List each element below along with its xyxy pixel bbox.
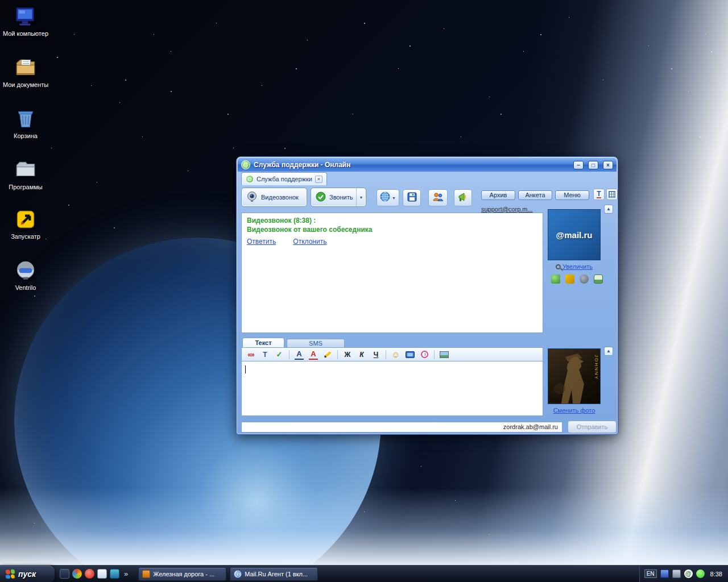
close-button[interactable]: × xyxy=(603,161,613,169)
translit-button[interactable]: Т xyxy=(593,189,605,200)
magnifier-icon xyxy=(556,264,561,269)
translit-icon: Т xyxy=(597,190,601,198)
translit-format-button[interactable]: Т xyxy=(260,350,270,360)
call-icon xyxy=(316,192,326,203)
contact-webcam-icon[interactable] xyxy=(580,275,589,284)
contact-status-action-icon[interactable] xyxy=(551,275,560,284)
wakeup-button[interactable] xyxy=(420,350,429,360)
contact-avatar-image[interactable]: @mail.ru xyxy=(548,209,601,260)
quote-button[interactable]: «» xyxy=(246,350,255,360)
ventrilo-icon xyxy=(14,259,38,282)
archive-button[interactable]: Архив xyxy=(481,190,515,200)
quicklaunch-browser-icon[interactable] xyxy=(72,569,82,579)
video-smiley-button[interactable] xyxy=(406,350,415,360)
call-button[interactable]: Звонить ▼ xyxy=(311,188,366,207)
my-avatar-image[interactable]: JOHNNY xyxy=(548,348,601,404)
save-history-button[interactable] xyxy=(403,189,421,206)
toolbar-separator xyxy=(386,350,386,359)
tab-text[interactable]: Текст xyxy=(242,338,284,347)
language-indicator[interactable]: EN xyxy=(644,569,657,578)
profile-button[interactable]: Анкета xyxy=(518,190,552,200)
contact-email-link[interactable]: support@corp.m... xyxy=(481,206,541,213)
contact-edit-icon[interactable] xyxy=(565,275,574,284)
emoticons-button[interactable]: ☺ xyxy=(391,350,400,360)
change-photo-link[interactable]: Сменить фото xyxy=(548,407,601,414)
underline-button[interactable]: Ч xyxy=(371,350,380,360)
call-dropdown-icon[interactable]: ▼ xyxy=(356,188,363,206)
contact-action-icons xyxy=(551,275,603,284)
desktop-icon-label: Запускатр xyxy=(1,233,50,240)
broadcast-button[interactable] xyxy=(454,189,472,206)
people-icon xyxy=(432,192,444,204)
programs-folder-icon xyxy=(14,158,38,182)
agent-task-icon: @ xyxy=(234,570,242,578)
my-documents-icon xyxy=(14,56,38,80)
avatar-caption: JOHNNY xyxy=(594,355,599,380)
font-color-button[interactable]: A xyxy=(309,350,318,360)
tab-sms[interactable]: SMS xyxy=(287,339,345,347)
enlarge-photo-link[interactable]: Увеличить xyxy=(548,263,601,270)
quicklaunch-document-icon[interactable] xyxy=(97,569,107,579)
desktop-icon-recycle-bin[interactable]: Корзина xyxy=(1,107,50,140)
collapse-panel-icon[interactable]: ▲ xyxy=(604,205,613,214)
contacts-button[interactable] xyxy=(428,189,448,206)
clock[interactable]: 8:38 xyxy=(708,571,722,577)
start-button[interactable]: пуск xyxy=(0,566,55,582)
font-button[interactable]: A xyxy=(295,350,304,360)
web-services-button[interactable]: ▼ xyxy=(377,189,399,206)
tray-display-icon[interactable] xyxy=(660,569,669,578)
minimize-button[interactable]: – xyxy=(573,161,584,169)
chat-history-area[interactable]: Видеозвонок (8:38) : Видеозвонок от ваше… xyxy=(241,213,543,333)
quick-launch: » xyxy=(55,569,135,579)
send-button[interactable]: Отправить xyxy=(568,421,617,433)
highlighter-button[interactable] xyxy=(323,350,332,360)
chat-message-line: Видеозвонок от вашего собеседника xyxy=(247,226,537,234)
toolbar-separator xyxy=(337,350,338,359)
task-mailru-agent[interactable]: @ Mail.Ru Агент (1 вкл... xyxy=(230,567,318,581)
desktop-icon-programs[interactable]: Программы xyxy=(1,158,50,191)
contact-card-icon[interactable] xyxy=(594,275,603,284)
tray-network-icon[interactable] xyxy=(672,569,681,578)
picture-icon xyxy=(440,351,449,358)
decline-link[interactable]: Отклонить xyxy=(293,238,326,246)
floppy-disk-icon xyxy=(407,192,417,204)
desktop-icon-my-documents[interactable]: Мои документы xyxy=(1,56,50,89)
menu-button[interactable]: Меню xyxy=(555,190,589,200)
tab-close-icon[interactable]: × xyxy=(315,176,322,183)
my-computer-icon xyxy=(14,5,38,28)
video-call-button[interactable]: Видеозвонок xyxy=(241,188,307,207)
answer-link[interactable]: Ответить xyxy=(247,238,276,246)
task-railroad[interactable]: Железная дорога - ... xyxy=(138,567,226,581)
bold-button[interactable]: Ж xyxy=(343,350,352,360)
globe-icon xyxy=(380,192,390,204)
desktop-icon-label: Мои документы xyxy=(1,81,50,89)
layout-grid-button[interactable] xyxy=(606,189,618,200)
tray-status-icon[interactable] xyxy=(696,569,705,578)
self-email-field[interactable]: zordrak.ab@mail.ru xyxy=(241,422,562,433)
recycle-bin-icon xyxy=(14,107,38,131)
quicklaunch-media-icon[interactable] xyxy=(85,569,94,579)
compose-tabs: Текст SMS xyxy=(242,338,345,347)
maximize-button[interactable]: □ xyxy=(588,161,598,169)
desktop-icon-label: Мой компьютер xyxy=(1,30,50,38)
quicklaunch-desktop-icon[interactable] xyxy=(110,569,119,579)
message-input-area[interactable] xyxy=(241,361,543,416)
text-cursor xyxy=(245,365,246,373)
window-title: Служба поддержки - Онлайн xyxy=(254,161,569,169)
tray-agent-icon[interactable]: @ xyxy=(684,569,693,578)
quicklaunch-keyboard-icon[interactable] xyxy=(60,569,69,579)
tab-support-chat[interactable]: @ Служба поддержки × xyxy=(241,172,327,185)
quicklaunch-more-icon[interactable]: » xyxy=(122,569,130,578)
italic-button[interactable]: К xyxy=(357,350,366,360)
desktop-icon-my-computer[interactable]: Мой компьютер xyxy=(1,5,50,38)
collapse-photo-panel-icon[interactable]: ▲ xyxy=(604,347,613,356)
insert-image-button[interactable] xyxy=(440,350,449,360)
desktop-icon-launcher[interactable]: Запускатр xyxy=(1,207,50,240)
spellcheck-button[interactable]: ✓ xyxy=(275,350,284,360)
taskbar: пуск » Железная дорога - ... @ Mail.Ru А… xyxy=(0,565,728,582)
wallpaper-horizon-glow xyxy=(0,488,728,565)
window-titlebar[interactable]: @ Служба поддержки - Онлайн – □ × xyxy=(238,158,617,172)
alarm-clock-icon xyxy=(421,351,428,358)
mailru-logo: @mail.ru xyxy=(556,230,593,240)
desktop-icon-ventrilo[interactable]: Ventrilo xyxy=(1,259,50,292)
